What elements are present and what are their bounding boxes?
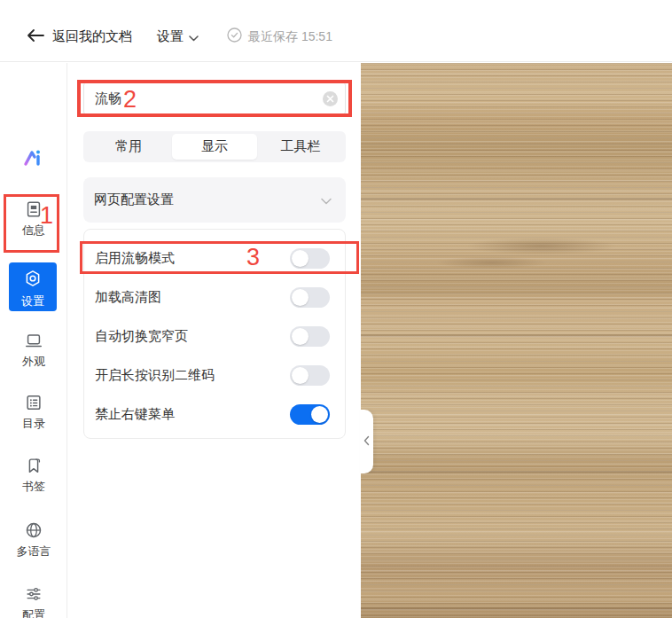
setting-row-context-menu: 禁止右键菜单 bbox=[95, 395, 330, 434]
setting-row-fluent-mode: 启用流畅模式 bbox=[95, 239, 330, 278]
hd-image-toggle[interactable] bbox=[290, 287, 330, 308]
gear-icon bbox=[23, 276, 43, 291]
display-settings-card: 启用流畅模式 加载高清图 自动切换宽窄页 开启长按识别二维码 禁止右键菜单 bbox=[83, 229, 346, 439]
tab-label: 显示 bbox=[201, 138, 228, 155]
toggle-knob bbox=[292, 250, 309, 267]
settings-panel: 常用 显示 工具栏 网页配置设置 启用流畅模式 加载高清图 自动切换宽窄页 bbox=[68, 63, 361, 618]
save-status-label: 最近保存 15:51 bbox=[248, 29, 332, 45]
tab-label: 工具栏 bbox=[280, 138, 320, 155]
settings-tabs: 常用 显示 工具栏 bbox=[83, 131, 346, 162]
sidebar: 信息 设置 外观 目录 书签 bbox=[0, 63, 67, 618]
sidebar-item-label: 配置 bbox=[0, 607, 67, 618]
ai-logo[interactable] bbox=[0, 146, 67, 173]
page-width-toggle[interactable] bbox=[290, 326, 330, 347]
setting-label: 禁止右键菜单 bbox=[95, 406, 175, 423]
chevron-left-icon bbox=[363, 434, 370, 450]
qrcode-toggle[interactable] bbox=[290, 365, 330, 386]
sidebar-item-label: 外观 bbox=[0, 354, 67, 370]
sidebar-item-config[interactable]: 配置 bbox=[0, 584, 67, 618]
fluent-mode-toggle[interactable] bbox=[290, 248, 330, 269]
context-menu-toggle[interactable] bbox=[290, 404, 330, 425]
document-title: 设置 bbox=[157, 28, 184, 45]
tab-common[interactable]: 常用 bbox=[86, 134, 172, 160]
document-title-menu[interactable]: 设置 bbox=[157, 28, 199, 45]
search-input[interactable] bbox=[83, 82, 346, 115]
sidebar-item-label: 多语言 bbox=[0, 544, 67, 559]
tab-toolbar[interactable]: 工具栏 bbox=[257, 134, 343, 160]
sidebar-item-label: 书签 bbox=[0, 479, 67, 495]
info-card-icon bbox=[0, 199, 67, 219]
check-circle-icon bbox=[227, 27, 242, 46]
arrow-left-icon bbox=[27, 28, 44, 46]
dropdown-label: 网页配置设置 bbox=[94, 192, 174, 208]
document-preview-wood-texture[interactable] bbox=[361, 63, 672, 618]
sidebar-item-settings[interactable]: 设置 bbox=[9, 262, 57, 311]
toc-list-icon bbox=[0, 393, 67, 412]
setting-label: 开启长按识别二维码 bbox=[95, 367, 215, 384]
bookmark-icon bbox=[0, 456, 67, 475]
monitor-icon bbox=[0, 331, 67, 350]
toggle-knob bbox=[311, 406, 328, 423]
tab-label: 常用 bbox=[115, 138, 142, 155]
toggle-knob bbox=[292, 367, 309, 384]
app-window: 返回我的文档 设置 最近保存 15:51 bbox=[0, 0, 672, 618]
setting-label: 加载高清图 bbox=[95, 289, 161, 306]
sidebar-item-label: 信息 bbox=[0, 223, 67, 239]
toggle-knob bbox=[292, 328, 309, 345]
sidebar-item-label: 设置 bbox=[9, 293, 57, 309]
chevron-down-icon bbox=[189, 29, 199, 45]
sliders-icon bbox=[0, 584, 67, 604]
setting-row-page-width: 自动切换宽窄页 bbox=[95, 317, 330, 356]
webpage-config-dropdown[interactable]: 网页配置设置 bbox=[83, 177, 346, 223]
back-label: 返回我的文档 bbox=[52, 28, 132, 45]
top-toolbar: 返回我的文档 设置 最近保存 15:51 bbox=[0, 0, 672, 62]
setting-row-hd-image: 加载高清图 bbox=[95, 278, 330, 317]
tab-display[interactable]: 显示 bbox=[172, 134, 258, 160]
clear-circle-icon[interactable] bbox=[323, 91, 338, 106]
chevron-down-icon bbox=[321, 192, 332, 208]
toggle-knob bbox=[292, 289, 309, 306]
sidebar-item-toc[interactable]: 目录 bbox=[0, 393, 67, 432]
sidebar-item-info[interactable]: 信息 bbox=[0, 199, 67, 239]
sidebar-item-label: 目录 bbox=[0, 416, 67, 432]
panel-collapse-handle[interactable] bbox=[360, 410, 373, 473]
globe-icon bbox=[0, 520, 67, 540]
setting-row-qrcode: 开启长按识别二维码 bbox=[95, 356, 330, 395]
back-button[interactable]: 返回我的文档 bbox=[27, 28, 132, 46]
setting-label: 自动切换宽窄页 bbox=[95, 328, 188, 345]
sidebar-item-language[interactable]: 多语言 bbox=[0, 520, 67, 559]
sidebar-item-appearance[interactable]: 外观 bbox=[0, 331, 67, 370]
setting-label: 启用流畅模式 bbox=[95, 250, 175, 267]
sidebar-item-bookmark[interactable]: 书签 bbox=[0, 456, 67, 495]
save-status: 最近保存 15:51 bbox=[227, 27, 332, 46]
search-field-wrap bbox=[83, 82, 346, 115]
